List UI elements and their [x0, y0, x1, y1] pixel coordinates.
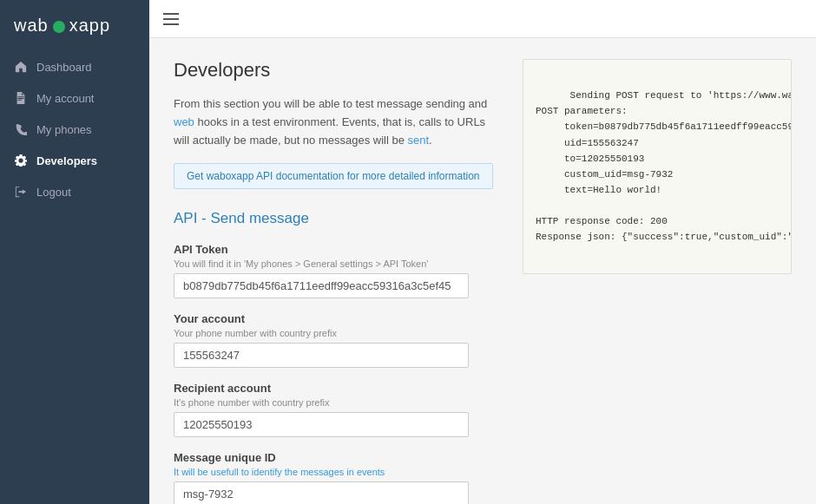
field-group-api-token: API Token You will find it in 'My phones…: [174, 243, 502, 298]
logo-text-before: wab: [14, 16, 49, 36]
sidebar-label-developers: Developers: [36, 154, 97, 167]
sidebar-item-logout[interactable]: Logout: [0, 176, 149, 207]
api-doc-button[interactable]: Get waboxapp API documentation for more …: [174, 163, 493, 189]
intro-text: From this section you will be able to te…: [174, 95, 502, 149]
message-uid-label: Message unique ID: [174, 451, 502, 464]
logo: wabxapp: [0, 0, 149, 51]
recipient-account-hint: It's phone number with country prefix: [174, 397, 502, 408]
recipient-account-label: Recipient account: [174, 382, 502, 395]
home-icon: [14, 60, 28, 74]
file-icon: [14, 91, 28, 105]
gear-icon: [14, 154, 28, 167]
sidebar-item-my-phones[interactable]: My phones: [0, 114, 149, 145]
sidebar-nav: Dashboard My account My phones Developer…: [0, 51, 149, 207]
page-title: Developers: [174, 59, 502, 82]
sidebar-item-dashboard[interactable]: Dashboard: [0, 51, 149, 82]
phone-icon: [14, 122, 28, 136]
field-group-your-account: Your account Your phone number with coun…: [174, 312, 502, 368]
api-token-input[interactable]: [174, 273, 469, 298]
left-panel: Developers From this section you will be…: [174, 59, 502, 483]
sidebar-item-my-account[interactable]: My account: [0, 82, 149, 114]
content-area: Developers From this section you will be…: [149, 38, 816, 504]
field-group-recipient-account: Recipient account It's phone number with…: [174, 382, 502, 437]
sidebar-label-my-phones: My phones: [36, 123, 92, 136]
logout-icon: [14, 185, 28, 199]
sidebar-label-my-account: My account: [36, 92, 94, 105]
logo-dot: [53, 21, 65, 33]
sidebar-label-dashboard: Dashboard: [36, 61, 92, 74]
field-group-message-uid: Message unique ID It will be usefull to …: [174, 451, 502, 504]
topbar: [149, 0, 816, 38]
hamburger-menu-button[interactable]: [163, 13, 179, 25]
code-output-panel: Sending POST request to 'https://www.wab…: [523, 59, 792, 274]
api-section-title: API - Send message: [174, 210, 502, 227]
api-token-label: API Token: [174, 243, 502, 256]
sidebar: wabxapp Dashboard My account My phones D…: [0, 0, 149, 504]
your-account-hint: Your phone number with country prefix: [174, 328, 502, 338]
code-output-text: Sending POST request to 'https://www.wab…: [536, 90, 792, 242]
your-account-input[interactable]: [174, 343, 469, 368]
sidebar-label-logout: Logout: [36, 186, 71, 199]
message-uid-input[interactable]: [174, 481, 469, 504]
recipient-account-input[interactable]: [174, 412, 469, 437]
sidebar-item-developers[interactable]: Developers: [0, 145, 149, 176]
message-uid-hint: It will be usefull to identify the messa…: [174, 467, 502, 477]
your-account-label: Your account: [174, 312, 502, 325]
main-area: Developers From this section you will be…: [149, 0, 816, 504]
logo-text-after: xapp: [69, 16, 110, 36]
api-token-hint: You will find it in 'My phones > General…: [174, 259, 502, 269]
